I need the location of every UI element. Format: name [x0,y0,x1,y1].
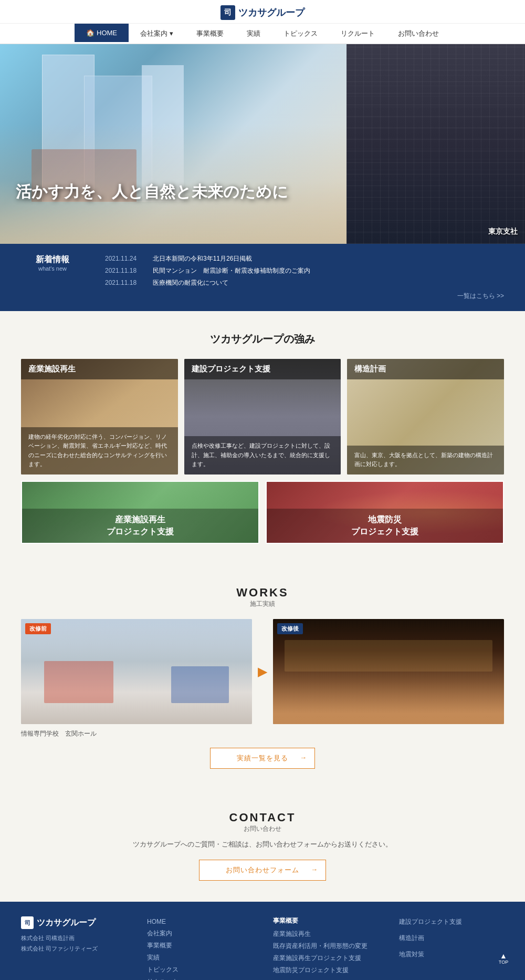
strength-card-2-body: 点検や改修工事など、建設プロジェクトに対して、設計、施工、補助金の導入いたるまで… [184,436,341,474]
contact-title-jp: お問い合わせ [21,824,504,833]
footer-nav-item[interactable]: 実績 [147,952,252,962]
footer-nav-item[interactable]: 既存資産利活用・利用形態の変更 [273,941,378,951]
footer-spacer [399,945,504,947]
footer-logo-text: ツカサグループ [37,917,96,929]
strength-wide-card-1[interactable]: 産業施設再生プロジェクト支援 [21,481,259,544]
strength-card-2-title: 建設プロジェクト支援 [184,359,341,379]
news-date-1: 2021.11.24 [105,255,144,262]
footer-link-construction[interactable]: 建設プロジェクト支援 [399,918,462,925]
works-section: WORKS 施工実績 改修前 ▶ 改修後 情報専門学 [0,570,525,790]
footer-link-home[interactable]: HOME [147,918,166,925]
nav-item-company[interactable]: 会社案内 ▾ [129,24,185,44]
footer-link-business[interactable]: 事業概要 [147,942,172,949]
footer-nav-col-2: 事業概要 産業施設再生 既存資産利活用・利用形態の変更 産業施設再生プロジェクト… [273,916,378,980]
footer-nav-item[interactable]: リクルート [147,976,252,980]
news-label: 新着情報 what's new [21,254,84,301]
strength-card-3-body: 富山、東京、大阪を拠点として、新築の建物の構造計画に対応します。 [347,446,504,474]
footer-link-recruit[interactable]: リクルート [147,978,178,980]
strengths-title: ツカサグループの強み [21,332,504,346]
nav-item-works[interactable]: 実績 [235,24,272,44]
footer-nav-item[interactable]: 会社案内 [147,928,252,938]
footer-link-sangyou-proj[interactable]: 産業施設再生プロジェクト支援 [273,954,361,962]
strength-wide-card-1-label: 産業施設再生プロジェクト支援 [22,509,258,543]
news-text-3[interactable]: 医療機関の耐震化について [153,278,228,287]
footer-link-company[interactable]: 会社案内 [147,930,172,937]
works-list-button[interactable]: 実績一覧を見る [210,748,315,769]
strength-card-2[interactable]: 建設プロジェクト支援 点検や改修工事など、建設プロジェクトに対して、設計、施工、… [184,359,341,474]
contact-title-en: CONTACT [21,811,504,824]
strength-card-1-title: 産業施設再生 [21,359,178,379]
footer-spacer [399,929,504,931]
top-btn-arrow-icon: ▲ [500,952,507,960]
footer-link-jishin-proj[interactable]: 地震防災プロジェクト支援 [273,966,349,974]
works-arrow-icon: ▶ [252,664,273,679]
news-label-main: 新着情報 [21,254,84,265]
scroll-to-top-button[interactable]: ▲ TOP [492,947,514,969]
news-item: 2021.11.18 民間マンション 耐震診断・耐震改修補助制度のご案内 [105,266,504,275]
footer-link-topics[interactable]: トピックス [147,966,178,973]
nav-item-topics[interactable]: トピックス [272,24,329,44]
news-label-sub: what's new [21,265,84,272]
news-more-link[interactable]: 一覧はこちら >> [105,292,504,301]
nav-item-business[interactable]: 事業概要 [185,24,235,44]
works-after-image[interactable]: 改修後 [273,619,504,724]
news-date-2: 2021.11.18 [105,267,144,274]
before-label: 改修前 [25,623,51,634]
news-section: 新着情報 what's new 2021.11.24 北日本新聞の令和3年11月… [0,244,525,311]
news-items: 2021.11.24 北日本新聞の令和3年11月26日掲載 2021.11.18… [105,254,504,301]
footer-nav-item[interactable]: 事業概要 [147,940,252,950]
footer-company-1: 株式会社 司構造計画株式会社 司ファシリティーズ [21,933,126,954]
footer-nav-col-3: 建設プロジェクト支援 構造計画 地震対策 [399,916,504,980]
footer-link-existing[interactable]: 既存資産利活用・利用形態の変更 [273,942,368,950]
footer-nav-item[interactable]: 建設プロジェクト支援 [399,916,504,926]
footer-logo-icon: 司 [21,916,34,929]
footer-link-sangyou[interactable]: 産業施設再生 [273,930,311,937]
footer-logo-area: 司 ツカサグループ 株式会社 司構造計画株式会社 司ファシリティーズ [21,916,126,980]
nav-link-business[interactable]: 事業概要 [185,24,235,44]
nav-link-works[interactable]: 実績 [235,24,272,44]
tokyo-label: 東京支社 [488,227,518,236]
nav-link-topics[interactable]: トピックス [272,24,329,44]
logo-icon: 司 [220,5,235,20]
news-text-1[interactable]: 北日本新聞の令和3年11月26日掲載 [153,254,252,263]
footer-nav-item[interactable]: 地震対策 [399,949,504,959]
footer-link-structure[interactable]: 構造計画 [399,934,424,942]
works-title-jp: 施工実績 [21,600,504,608]
after-label: 改修後 [277,623,303,634]
strength-card-3[interactable]: 構造計画 富山、東京、大阪を拠点として、新築の建物の構造計画に対応します。 [347,359,504,474]
works-before-image[interactable]: 改修前 [21,619,252,724]
contact-section: CONTACT お問い合わせ ツカサグループへのご質問・ご相談は、お問い合わせフ… [0,790,525,902]
news-text-2[interactable]: 民間マンション 耐震診断・耐震改修補助制度のご案内 [153,266,310,275]
nav-link-home[interactable]: 🏠 HOME [75,24,129,42]
strength-card-3-title: 構造計画 [347,359,504,379]
nav-item-home[interactable]: 🏠 HOME [75,24,129,44]
footer-link-works[interactable]: 実績 [147,954,160,961]
footer-nav-item[interactable]: 産業施設再生プロジェクト支援 [273,953,378,963]
hero-left-panel [0,44,346,244]
hero-tagline: 活かす力を、人と自然と未来のために [16,181,288,202]
contact-description: ツカサグループへのご質問・ご相談は、お問い合わせフォームからお送りください。 [21,840,504,849]
footer-nav-item[interactable]: 構造計画 [399,933,504,943]
strengths-grid: 産業施設再生 建物の経年劣化の対応に伴う、コンバージョン、リノベーション、耐震対… [21,359,504,474]
nav-link-recruit[interactable]: リクルート [329,24,386,44]
nav-link-company[interactable]: 会社案内 ▾ [129,24,185,44]
footer-nav-item[interactable]: トピックス [147,964,252,974]
site-footer: 司 ツカサグループ 株式会社 司構造計画株式会社 司ファシリティーズ HOME … [0,902,525,980]
logo[interactable]: 司 ツカサグループ [220,5,304,20]
nav-item-contact[interactable]: お問い合わせ [386,24,450,44]
strength-card-1[interactable]: 産業施設再生 建物の経年劣化の対応に伴う、コンバージョン、リノベーション、耐震対… [21,359,178,474]
top-btn-label: TOP [499,960,508,965]
hero-right-panel: 東京支社 [346,44,525,244]
nav-item-recruit[interactable]: リクルート [329,24,386,44]
footer-nav-item[interactable]: 地震防災プロジェクト支援 [273,965,378,975]
footer-link-earthquake[interactable]: 地震対策 [399,951,424,958]
news-item: 2021.11.18 医療機関の耐震化について [105,278,504,287]
strength-card-1-body: 建物の経年劣化の対応に伴う、コンバージョン、リノベーション、耐震対策、省エネルギ… [21,427,178,474]
nav-link-contact[interactable]: お問い合わせ [386,24,450,44]
strength-wide-card-2[interactable]: 地震防災プロジェクト支援 [266,481,504,544]
strengths-row2: 産業施設再生プロジェクト支援 地震防災プロジェクト支援 [21,481,504,544]
footer-nav-item[interactable]: 産業施設再生 [273,929,378,938]
news-date-3: 2021.11.18 [105,279,144,286]
footer-nav-item[interactable]: HOME [147,916,252,926]
contact-form-button[interactable]: お問い合わせフォーム [199,860,326,881]
